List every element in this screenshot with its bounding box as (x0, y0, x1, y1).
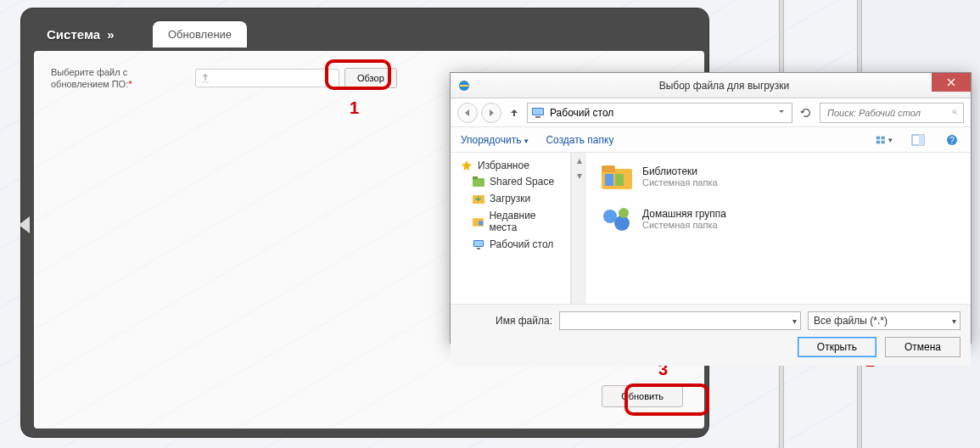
desktop-small-icon (473, 239, 484, 249)
view-icon (876, 134, 887, 146)
file-subtitle: Системная папка (642, 177, 718, 188)
scroll-up-button[interactable]: ▴ (572, 153, 586, 168)
search-icon (952, 107, 958, 118)
ie-icon (457, 79, 471, 92)
breadcrumb-root[interactable]: Система (47, 27, 100, 42)
tree-scrollbar[interactable]: ▴ ▾ (571, 153, 586, 304)
address-dropdown[interactable] (775, 108, 788, 117)
dialog-bottom: Имя файла: ▾ Все файлы (*.*) ▾ Открыть О… (451, 304, 971, 366)
svg-text:?: ? (949, 136, 955, 145)
navigation-tree[interactable]: Избранное Shared Space Загрузки Недавние… (451, 153, 571, 304)
breadcrumb: Система » (47, 27, 118, 42)
view-options-button[interactable]: ▾ (876, 132, 893, 148)
annotation-number-1: 1 (350, 98, 359, 118)
recent-icon (473, 216, 484, 227)
svg-point-17 (479, 221, 484, 226)
file-title: Домашняя группа (642, 208, 726, 220)
organize-menu[interactable]: Упорядочить (461, 134, 529, 146)
browse-button[interactable]: Обзор (344, 68, 397, 88)
svg-point-26 (614, 216, 630, 231)
svg-rect-2 (533, 109, 543, 115)
file-open-dialog: Выбор файла для выгрузки Рабочий стол (450, 72, 972, 344)
tree-item-shared-space[interactable]: Shared Space (451, 173, 570, 190)
preview-pane-button[interactable] (910, 132, 927, 148)
search-box[interactable] (820, 103, 964, 123)
downloads-icon (473, 193, 484, 204)
preview-icon (911, 134, 925, 146)
folder-share-icon (473, 176, 484, 187)
dialog-nav: Рабочий стол (451, 98, 971, 127)
upload-icon (199, 72, 211, 84)
address-bar[interactable]: Рабочий стол (527, 103, 792, 123)
cancel-button[interactable]: Отмена (885, 337, 960, 357)
tree-item-recent[interactable]: Недавние места (451, 207, 570, 236)
file-select-label: Выберите файл с обновлением ПО:* (51, 66, 187, 91)
svg-rect-14 (473, 176, 478, 179)
file-list[interactable]: Библиотеки Системная папка Домашняя груп… (586, 153, 971, 304)
help-icon: ? (946, 134, 958, 146)
filetype-value: Все файлы (*.*) (814, 315, 888, 327)
svg-rect-10 (919, 135, 924, 145)
firmware-file-input[interactable] (195, 69, 339, 87)
file-title: Библиотеки (642, 165, 718, 177)
libraries-icon (600, 162, 634, 191)
required-marker: * (128, 79, 132, 89)
svg-rect-19 (474, 241, 483, 246)
desktop-icon (531, 107, 545, 119)
chevron-down-icon (778, 109, 785, 115)
filename-label: Имя файла: (461, 315, 552, 327)
close-icon (947, 78, 955, 87)
refresh-icon (800, 107, 812, 119)
new-folder-button[interactable]: Создать папку (546, 134, 613, 146)
star-icon (461, 160, 473, 171)
svg-rect-20 (477, 248, 480, 249)
arrow-up-icon (509, 108, 519, 118)
scroll-down-button[interactable]: ▾ (572, 168, 586, 183)
arrow-left-icon (463, 109, 472, 117)
svg-rect-5 (876, 136, 880, 139)
svg-rect-3 (535, 116, 540, 118)
dialog-title: Выбор файла для выгрузки (478, 80, 971, 92)
expand-sidebar-arrow[interactable] (19, 216, 30, 233)
chevron-down-icon: ▾ (952, 316, 956, 326)
help-button[interactable]: ? (944, 132, 960, 148)
nav-forward-button[interactable] (481, 103, 501, 123)
chevron-down-icon: ▾ (792, 316, 797, 326)
nav-up-button[interactable] (505, 104, 524, 122)
svg-rect-7 (882, 136, 885, 139)
refresh-button[interactable] (796, 103, 816, 123)
breadcrumb-arrow: » (107, 27, 114, 42)
svg-rect-22 (602, 165, 615, 172)
file-item-libraries[interactable]: Библиотеки Системная папка (600, 161, 957, 192)
dialog-titlebar[interactable]: Выбор файла для выгрузки (451, 73, 971, 98)
address-text: Рабочий стол (550, 107, 613, 119)
search-input[interactable] (826, 107, 947, 119)
svg-point-27 (619, 208, 629, 218)
svg-rect-8 (882, 140, 885, 143)
open-button[interactable]: Открыть (798, 337, 876, 357)
file-item-homegroup[interactable]: Домашняя группа Системная папка (600, 204, 957, 234)
svg-point-4 (953, 110, 956, 114)
file-subtitle: Системная папка (642, 220, 726, 230)
arrow-right-icon (487, 109, 496, 117)
svg-rect-23 (605, 174, 613, 186)
tree-item-downloads[interactable]: Загрузки (451, 190, 570, 207)
filename-combo[interactable]: ▾ (559, 311, 801, 330)
tree-item-desktop[interactable]: Рабочий стол (451, 236, 570, 253)
tab-update[interactable]: Обновление (153, 21, 247, 48)
svg-rect-13 (473, 178, 484, 187)
tree-favorites[interactable]: Избранное (451, 158, 570, 173)
close-button[interactable] (932, 73, 971, 92)
dialog-toolbar: Упорядочить Создать папку ▾ ? (451, 127, 971, 153)
filetype-combo[interactable]: Все файлы (*.*) ▾ (808, 311, 960, 330)
svg-rect-24 (615, 174, 624, 186)
update-button[interactable]: Обновить (602, 385, 683, 407)
nav-back-button[interactable] (457, 103, 478, 123)
svg-rect-6 (876, 140, 880, 143)
homegroup-icon (600, 204, 634, 233)
